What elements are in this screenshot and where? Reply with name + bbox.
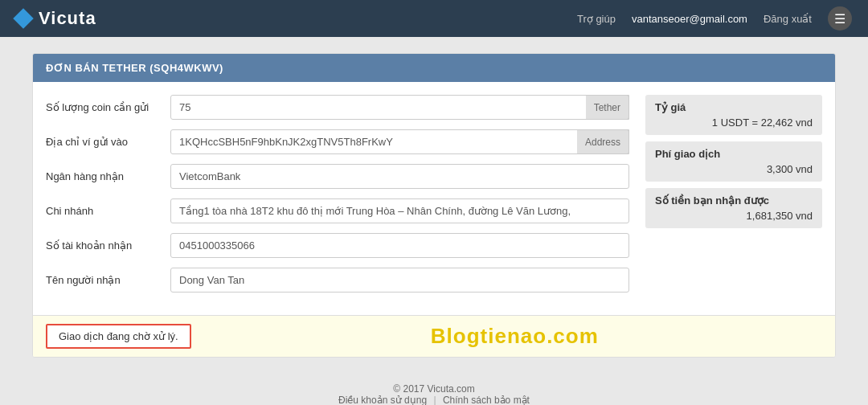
input-wrap-bank: [170, 164, 629, 189]
form-row-recipient: Tên người nhận: [46, 268, 629, 292]
badge-address: Address: [577, 129, 629, 154]
label-bank: Ngân hàng nhận: [46, 170, 170, 182]
form-row-account: Số tài khoản nhận: [46, 233, 629, 258]
footer-separator: |: [433, 395, 436, 405]
logo: Vicuta: [16, 8, 96, 29]
order-card: ĐƠN BÁN TETHER (SQH4WKWV) Số lượng coin …: [32, 53, 836, 358]
user-email: vantanseoer@gmail.com: [632, 13, 747, 25]
label-address: Địa chỉ ví gửi vào: [46, 136, 170, 148]
status-button[interactable]: Giao dịch đang chờ xử lý.: [46, 324, 191, 349]
form-row-coin-amount: Số lượng coin cần gửi Tether: [46, 95, 629, 120]
rate-value: 1 USDT = 22,462 vnd: [655, 117, 813, 129]
info-section: Tỷ giá 1 USDT = 22,462 vnd Phí giao dịch…: [645, 95, 822, 302]
label-branch: Chi nhánh: [46, 205, 170, 217]
form-section: Số lượng coin cần gửi Tether Địa chỉ ví …: [46, 95, 629, 302]
fee-value: 3,300 vnd: [655, 163, 813, 175]
rate-block: Tỷ giá 1 USDT = 22,462 vnd: [645, 95, 822, 135]
header-nav: Trợ giúp vantanseoer@gmail.com Đăng xuất…: [577, 6, 852, 31]
label-recipient: Tên người nhận: [46, 274, 170, 286]
input-wrap-coin-amount: Tether: [170, 95, 629, 120]
input-bank[interactable]: [170, 164, 629, 189]
receive-block: Số tiền bạn nhận được 1,681,350 vnd: [645, 188, 822, 228]
privacy-link[interactable]: Chính sách bảo mật: [443, 395, 530, 405]
footer: © 2017 Vicuta.com Điều khoản sử dụng | C…: [0, 374, 868, 405]
input-wrap-branch: [170, 198, 629, 223]
badge-tether: Tether: [586, 95, 629, 120]
input-wrap-address: Address: [170, 129, 629, 154]
input-recipient[interactable]: [170, 268, 629, 292]
form-row-address: Địa chỉ ví gửi vào Address: [46, 129, 629, 154]
input-wrap-account: [170, 233, 629, 258]
card-title: ĐƠN BÁN TETHER (SQH4WKWV): [46, 62, 223, 74]
watermark: Blogtienao.com: [207, 324, 822, 349]
logout-link[interactable]: Đăng xuất: [764, 13, 812, 25]
label-coin-amount: Số lượng coin cần gửi: [46, 101, 170, 113]
copyright: © 2017 Vicuta.com: [10, 383, 858, 395]
fee-block: Phí giao dịch 3,300 vnd: [645, 141, 822, 182]
card-body: Số lượng coin cần gửi Tether Địa chỉ ví …: [33, 82, 835, 315]
rate-label: Tỷ giá: [655, 101, 813, 113]
receive-value: 1,681,350 vnd: [655, 210, 813, 222]
status-bar: Giao dịch đang chờ xử lý. Blogtienao.com: [33, 315, 835, 357]
input-account[interactable]: [170, 233, 629, 258]
receive-label: Số tiền bạn nhận được: [655, 194, 813, 207]
menu-button[interactable]: ☰: [828, 6, 852, 31]
fee-label: Phí giao dịch: [655, 148, 813, 160]
main-content: ĐƠN BÁN TETHER (SQH4WKWV) Số lượng coin …: [0, 37, 868, 374]
input-address[interactable]: [170, 129, 629, 154]
label-account: Số tài khoản nhận: [46, 239, 170, 252]
terms-link[interactable]: Điều khoản sử dụng: [338, 395, 427, 405]
input-coin-amount[interactable]: [170, 95, 629, 120]
hamburger-icon: ☰: [834, 11, 845, 27]
input-branch[interactable]: [170, 198, 629, 223]
help-link[interactable]: Trợ giúp: [577, 13, 616, 25]
footer-links: Điều khoản sử dụng | Chính sách bảo mật: [10, 395, 858, 405]
header: Vicuta Trợ giúp vantanseoer@gmail.com Đă…: [0, 0, 868, 37]
logo-text: Vicuta: [39, 8, 96, 29]
input-wrap-recipient: [170, 268, 629, 292]
logo-icon: [13, 8, 33, 28]
card-header: ĐƠN BÁN TETHER (SQH4WKWV): [33, 54, 835, 82]
form-row-bank: Ngân hàng nhận: [46, 164, 629, 189]
form-row-branch: Chi nhánh: [46, 198, 629, 223]
